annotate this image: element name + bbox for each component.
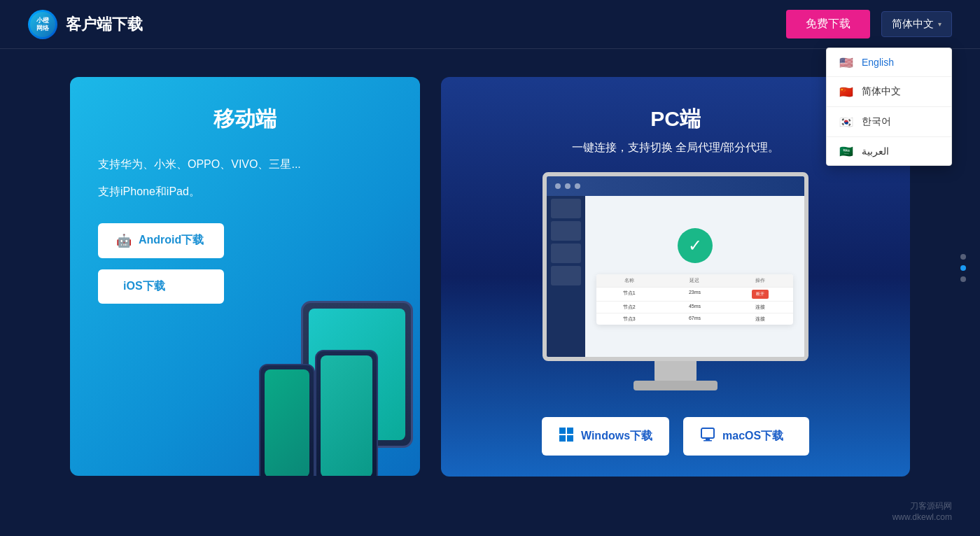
- monitor-screen: ✓ 名称 延迟 操作 节点1 23ms: [547, 176, 804, 357]
- row3-name: 节点3: [596, 313, 662, 325]
- table-header-action: 操作: [727, 274, 793, 287]
- lang-label-zh: 简体中文: [862, 85, 901, 98]
- table-header-row: 名称 延迟 操作: [596, 274, 794, 288]
- header-right: 免费下载 简体中文 ▾: [786, 10, 952, 38]
- screen-dot-1: [555, 183, 561, 189]
- flag-cn-icon: 🇨🇳: [838, 86, 855, 97]
- sidebar-item-3: [551, 244, 581, 263]
- current-language-label: 简体中文: [892, 17, 934, 31]
- phone2-screen: [321, 355, 372, 476]
- row2-latency: 45ms: [662, 302, 728, 313]
- phone1-screen: [265, 369, 309, 476]
- checkmark-symbol: ✓: [688, 236, 702, 255]
- windows-download-button[interactable]: Windows下载: [542, 417, 669, 456]
- screen-table: 名称 延迟 操作 节点1 23ms 断开 节点2: [596, 274, 794, 325]
- ios-download-button[interactable]: iOS下载: [98, 269, 224, 304]
- mobile-panel: 移动端 支持华为、小米、OPPO、VIVO、三星... 支持iPhone和iPa…: [70, 77, 420, 476]
- lang-option-zh[interactable]: 🇨🇳 简体中文: [827, 77, 951, 107]
- lang-option-ko[interactable]: 🇰🇷 한국어: [827, 107, 951, 137]
- android-icon: 🤖: [116, 233, 132, 248]
- dot-3[interactable]: [960, 276, 966, 282]
- svg-rect-9: [704, 440, 712, 442]
- screen-checkmark-icon: ✓: [678, 228, 713, 263]
- logo-text: 小橙 网络: [36, 17, 49, 32]
- screen-header-bar: [547, 176, 804, 196]
- monitor-stand: [654, 361, 696, 382]
- android-download-button[interactable]: 🤖 Android下载: [98, 223, 224, 258]
- sidebar-item-4: [551, 266, 581, 285]
- pc-download-buttons: Windows下载 macOS下载: [469, 417, 882, 456]
- screen-dot-3: [575, 183, 580, 189]
- row2-name: 节点2: [596, 302, 662, 313]
- screen-dot-2: [565, 183, 570, 189]
- row1-latency: 23ms: [662, 288, 728, 301]
- free-download-button[interactable]: 免费下载: [786, 10, 870, 38]
- dot-1[interactable]: [960, 254, 966, 260]
- screen-sidebar: [547, 196, 585, 357]
- page-title: 客户端下载: [66, 14, 143, 35]
- svg-rect-6: [567, 435, 573, 442]
- windows-icon: [559, 427, 574, 446]
- lang-option-ar[interactable]: 🇸🇦 العربية: [827, 137, 951, 165]
- sidebar-item-2: [551, 221, 581, 241]
- monitor-icon: [700, 427, 715, 446]
- mobile-panel-desc1: 支持华为、小米、OPPO、VIVO、三星...: [98, 155, 392, 175]
- phone2-mockup: [315, 350, 378, 476]
- svg-rect-7: [701, 428, 714, 438]
- row1-action: 断开: [727, 288, 793, 301]
- lang-label-ar: العربية: [862, 146, 889, 157]
- table-row-3: 节点3 67ms 连接: [596, 313, 794, 325]
- monitor-base: [634, 381, 718, 390]
- pagination-dots: [960, 254, 966, 282]
- dot-2[interactable]: [960, 265, 966, 271]
- monitor-container: ✓ 名称 延迟 操作 节点1 23ms: [469, 172, 882, 396]
- pc-panel-title: PC端: [469, 105, 882, 134]
- android-download-label: Android下载: [139, 233, 204, 248]
- table-header-latency: 延迟: [662, 274, 728, 287]
- svg-rect-3: [559, 428, 566, 434]
- phone1-mockup: [259, 364, 315, 476]
- row1-name: 节点1: [596, 288, 662, 301]
- language-dropdown: 🇺🇸 English 🇨🇳 简体中文 🇰🇷 한국어 🇸🇦 العربية: [826, 48, 952, 166]
- macos-download-label: macOS下载: [722, 429, 783, 444]
- screen-main-area: ✓ 名称 延迟 操作 节点1 23ms: [585, 196, 804, 357]
- pc-panel-desc: 一键连接，支持切换 全局代理/部分代理。: [469, 141, 882, 155]
- flag-us-icon: 🇺🇸: [838, 57, 855, 68]
- sidebar-item-1: [551, 199, 581, 218]
- svg-rect-4: [567, 428, 573, 434]
- table-row-2: 节点2 45ms 连接: [596, 302, 794, 313]
- row3-latency: 67ms: [662, 313, 728, 325]
- monitor-mockup: ✓ 名称 延迟 操作 节点1 23ms: [542, 172, 808, 361]
- windows-download-label: Windows下载: [581, 429, 652, 444]
- row3-action: 连接: [727, 313, 793, 325]
- svg-rect-8: [706, 438, 710, 440]
- row1-action-btn: 断开: [752, 290, 769, 299]
- logo-inner: 小橙 网络: [30, 12, 55, 37]
- flag-kr-icon: 🇰🇷: [838, 116, 855, 127]
- flag-sa-icon: 🇸🇦: [838, 146, 855, 157]
- header-left: 小橙 网络 客户端下载: [28, 10, 143, 39]
- lang-label-ko: 한국어: [862, 115, 891, 128]
- mobile-panel-title: 移动端: [98, 105, 392, 134]
- monitor-wrapper: ✓ 名称 延迟 操作 节点1 23ms: [542, 172, 808, 361]
- ios-download-label: iOS下载: [123, 279, 165, 294]
- lang-option-en[interactable]: 🇺🇸 English: [827, 48, 951, 77]
- lang-label-en: English: [862, 57, 894, 68]
- table-row-1: 节点1 23ms 断开: [596, 288, 794, 302]
- macos-download-button[interactable]: macOS下载: [683, 417, 809, 456]
- logo-icon: 小橙 网络: [28, 10, 57, 39]
- row2-action: 连接: [727, 302, 793, 313]
- header: 小橙 网络 客户端下载 免费下载 简体中文 ▾: [0, 0, 980, 49]
- svg-rect-5: [559, 435, 566, 442]
- mobile-devices-illustration: ⏻: [238, 266, 420, 476]
- language-selector[interactable]: 简体中文 ▾: [881, 11, 952, 37]
- chevron-down-icon: ▾: [938, 20, 941, 28]
- mobile-panel-desc2: 支持iPhone和iPad。: [98, 182, 392, 202]
- table-header-name: 名称: [596, 274, 662, 287]
